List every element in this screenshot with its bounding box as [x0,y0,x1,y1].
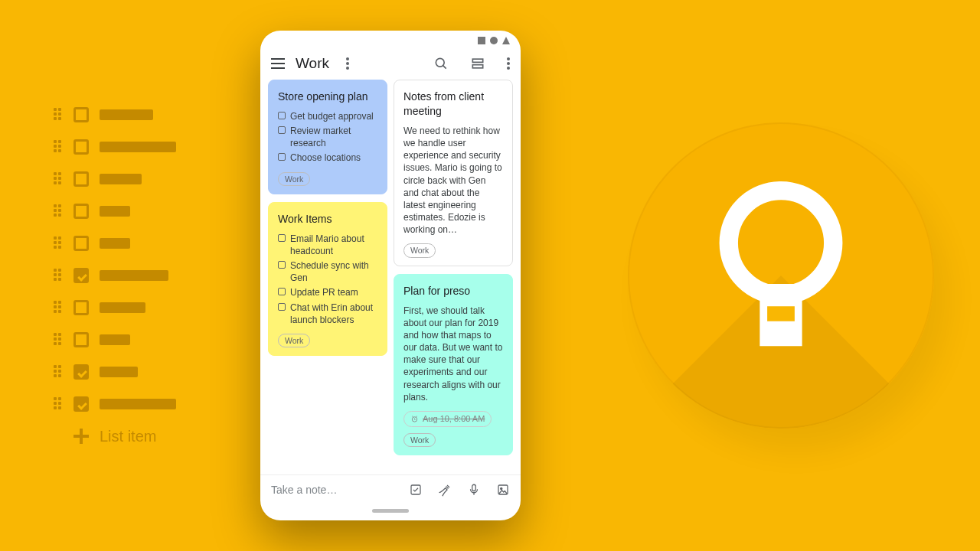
note-title: Notes from client meeting [403,90,503,119]
checkbox-icon[interactable] [278,261,286,269]
note-card[interactable]: Work ItemsEmail Mario about headcountSch… [268,202,387,356]
decorative-row [54,364,176,380]
svg-line-1 [443,66,446,69]
notes-grid: Store opening planGet budget approvalRev… [260,80,521,474]
decorative-row [54,204,176,219]
checklist-item-label: Review market research [290,125,377,149]
decorative-row [54,396,176,412]
status-indicator-signal [502,37,510,44]
note-tag[interactable]: Work [278,172,310,186]
note-tag[interactable]: Work [403,433,436,447]
status-indicator-stop [478,37,485,44]
note-checklist: Email Mario about headcountSchedule sync… [278,233,377,326]
decorative-add-item: List item [54,429,176,444]
checkbox-icon[interactable] [278,234,286,242]
checklist-item[interactable]: Update PR team [278,286,377,298]
svg-rect-6 [472,484,476,491]
overflow-icon[interactable] [507,57,510,70]
checkbox-icon[interactable] [278,303,286,311]
note-reminder[interactable]: Aug 10, 8:00 AM [403,411,492,427]
note-card[interactable]: Store opening planGet budget approvalRev… [268,80,387,194]
decorative-row [54,107,176,122]
checkbox-icon[interactable] [278,112,286,119]
checklist-item-label: Schedule sync with Gen [290,259,377,284]
note-body: We need to rethink how we handle user ex… [403,125,503,236]
checklist-item[interactable]: Chat with Erin about launch blockers [278,302,377,326]
note-title: Store opening plan [278,90,377,104]
checklist-item[interactable]: Schedule sync with Gen [278,259,377,284]
svg-point-10 [729,191,834,295]
note-tag[interactable]: Work [278,334,310,347]
svg-rect-3 [472,65,482,68]
home-indicator [372,509,409,513]
svg-point-0 [436,58,444,67]
new-drawing-icon[interactable] [438,483,452,497]
svg-rect-2 [472,59,482,62]
decorative-checklist: List item [54,107,176,444]
checklist-item[interactable]: Review market research [278,125,377,149]
checkbox-icon[interactable] [278,126,286,134]
decorative-row [54,171,176,187]
checklist-item-label: Chat with Erin about launch blockers [290,302,377,326]
decorative-row [54,332,176,347]
checklist-item-label: Choose locations [290,152,361,164]
decorative-row [54,139,176,155]
menu-icon[interactable] [271,58,285,69]
checklist-item-label: Get budget approval [290,110,374,122]
note-card[interactable]: Notes from client meetingWe need to reth… [394,80,513,266]
new-image-icon[interactable] [496,483,510,497]
bottom-bar: Take a note… [260,474,521,504]
checkbox-icon[interactable] [278,288,286,295]
new-list-icon[interactable] [409,483,423,497]
decorative-row [54,300,176,315]
decorative-row [54,236,176,251]
checklist-item[interactable]: Email Mario about headcount [278,233,377,257]
note-title: Plan for preso [403,284,503,298]
checkbox-icon[interactable] [278,153,286,161]
svg-rect-12 [767,306,795,321]
phone-frame: Work Store opening planGet budget approv… [260,31,521,520]
svg-point-9 [501,487,502,489]
take-note-input[interactable]: Take a note… [271,484,394,496]
note-card[interactable]: Plan for presoFirst, we should talk abou… [394,274,513,455]
title-overflow-icon[interactable] [346,57,349,70]
view-toggle-icon[interactable] [470,56,485,71]
checklist-item[interactable]: Choose locations [278,152,377,164]
checklist-item[interactable]: Get budget approval [278,110,377,122]
note-body: First, we should talk about our plan for… [403,305,503,404]
checklist-item-label: Update PR team [290,286,358,298]
app-bar: Work [260,51,521,80]
keep-app-badge [628,122,934,429]
decorative-row [54,268,176,283]
status-bar [260,31,521,51]
app-bar-title: Work [296,55,329,72]
search-icon[interactable] [433,56,449,71]
note-tag[interactable]: Work [403,243,436,257]
new-voice-icon[interactable] [467,483,481,497]
checklist-item-label: Email Mario about headcount [290,233,377,257]
lightbulb-icon [704,174,858,377]
note-checklist: Get budget approvalReview market researc… [278,110,377,165]
note-title: Work Items [278,212,377,227]
status-indicator-record [490,37,498,44]
